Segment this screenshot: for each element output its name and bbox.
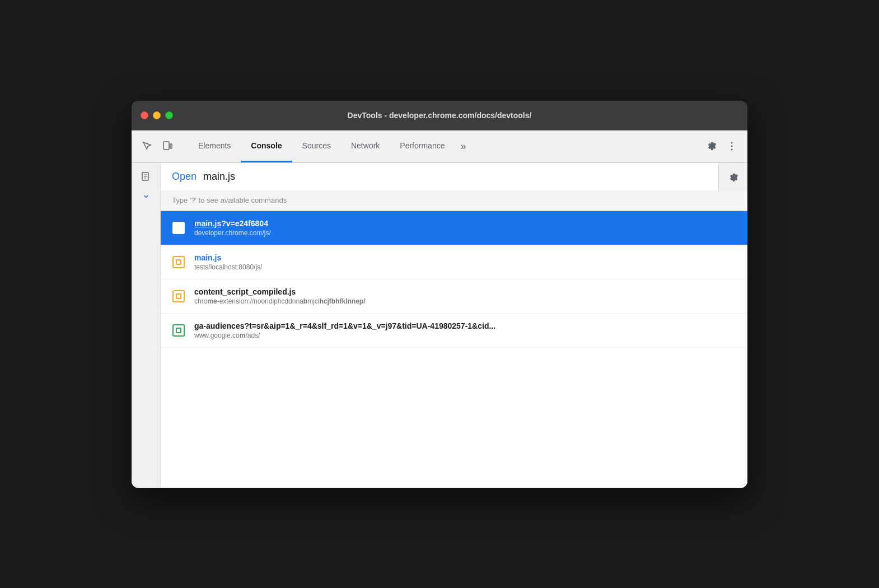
result-url: developer.chrome.com/js/ <box>194 229 736 237</box>
result-name: main.js <box>194 253 736 262</box>
sidebar-files-icon[interactable] <box>137 167 155 185</box>
file-icon <box>172 221 185 235</box>
tabbar-actions <box>698 130 745 162</box>
tabbar: Elements Console Sources Network Perform… <box>132 130 747 163</box>
devtools-window: DevTools - developer.chrome.com/docs/dev… <box>132 101 747 488</box>
command-palette: Open Type '?' to see available commands <box>161 163 747 211</box>
main-content: Open Type '?' to see available commands <box>161 163 747 488</box>
more-tabs-button[interactable]: » <box>455 130 471 162</box>
result-url: chrome-extension://noondiphcddnnabmjcihc… <box>194 297 736 305</box>
results-list: main.js?v=e24f6804 developer.chrome.com/… <box>161 211 747 488</box>
result-info: main.js?v=e24f6804 developer.chrome.com/… <box>194 219 736 237</box>
left-sidebar <box>132 163 161 488</box>
result-url: tests/localhost:8080/js/ <box>194 263 736 271</box>
tab-performance[interactable]: Performance <box>390 130 455 162</box>
traffic-lights <box>141 111 173 119</box>
list-item[interactable]: content_script_compiled.js chrome-extens… <box>161 279 747 314</box>
file-icon <box>172 255 185 269</box>
result-info: ga-audiences?t=sr&aip=1&_r=4&slf_rd=1&v=… <box>194 321 736 339</box>
result-name: ga-audiences?t=sr&aip=1&_r=4&slf_rd=1&v=… <box>194 321 736 330</box>
more-options-icon[interactable] <box>723 137 741 155</box>
device-toolbar-icon[interactable] <box>158 137 176 155</box>
tabbar-icons <box>134 130 188 162</box>
svg-point-3 <box>731 146 733 147</box>
list-item[interactable]: main.js?v=e24f6804 developer.chrome.com/… <box>161 211 747 245</box>
devtools-body: Elements Console Sources Network Perform… <box>132 130 747 488</box>
right-panel-settings <box>718 163 747 192</box>
list-item[interactable]: main.js tests/localhost:8080/js/ <box>161 245 747 279</box>
svg-rect-1 <box>170 144 172 148</box>
result-url: www.google.com/ads/ <box>194 332 736 339</box>
panel-settings-icon[interactable] <box>724 169 742 186</box>
file-icon <box>172 324 185 337</box>
minimize-button[interactable] <box>153 111 161 119</box>
list-item[interactable]: ga-audiences?t=sr&aip=1&_r=4&slf_rd=1&v=… <box>161 314 747 348</box>
sidebar-expand-arrow[interactable] <box>137 188 155 206</box>
window-title: DevTools - developer.chrome.com/docs/dev… <box>348 111 532 120</box>
command-hint: Type '?' to see available commands <box>161 190 747 211</box>
tabs: Elements Console Sources Network Perform… <box>188 130 698 162</box>
command-prefix: Open <box>172 171 197 183</box>
file-icon <box>172 290 185 303</box>
maximize-button[interactable] <box>165 111 173 119</box>
result-info: main.js tests/localhost:8080/js/ <box>194 253 736 271</box>
result-info: content_script_compiled.js chrome-extens… <box>194 287 736 305</box>
command-input-row: Open <box>161 163 747 190</box>
close-button[interactable] <box>141 111 148 119</box>
panel-area: Open Type '?' to see available commands <box>132 163 747 488</box>
tab-sources[interactable]: Sources <box>292 130 341 162</box>
settings-icon[interactable] <box>703 137 721 155</box>
tab-elements[interactable]: Elements <box>188 130 241 162</box>
inspect-icon[interactable] <box>138 137 156 155</box>
tab-network[interactable]: Network <box>341 130 390 162</box>
svg-rect-0 <box>163 142 169 150</box>
command-input[interactable] <box>203 171 736 183</box>
svg-point-4 <box>731 149 733 151</box>
titlebar: DevTools - developer.chrome.com/docs/dev… <box>132 101 747 130</box>
tab-console[interactable]: Console <box>241 130 292 162</box>
result-name: content_script_compiled.js <box>194 287 736 296</box>
result-name: main.js?v=e24f6804 <box>194 219 736 228</box>
svg-point-2 <box>731 142 733 144</box>
